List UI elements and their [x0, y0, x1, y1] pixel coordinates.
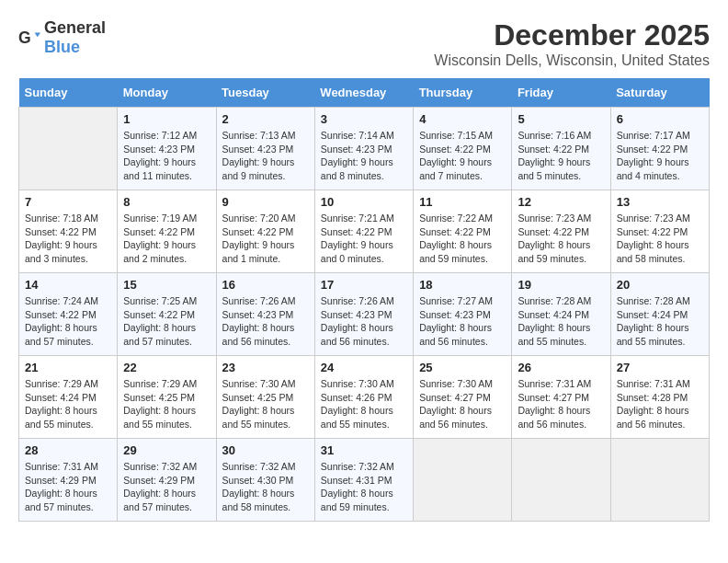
day-info: Sunrise: 7:17 AMSunset: 4:22 PMDaylight:… — [617, 129, 703, 183]
calendar-cell: 15Sunrise: 7:25 AMSunset: 4:22 PMDayligh… — [118, 273, 216, 356]
day-number: 9 — [222, 195, 309, 209]
calendar-cell: 18Sunrise: 7:27 AMSunset: 4:23 PMDayligh… — [414, 273, 512, 356]
day-number: 18 — [419, 278, 506, 292]
day-info: Sunrise: 7:14 AMSunset: 4:23 PMDaylight:… — [321, 129, 407, 183]
day-number: 1 — [123, 112, 210, 126]
calendar-cell: 11Sunrise: 7:22 AMSunset: 4:22 PMDayligh… — [414, 190, 512, 273]
day-number: 24 — [321, 361, 407, 374]
day-info: Sunrise: 7:32 AMSunset: 4:29 PMDaylight:… — [123, 460, 210, 514]
calendar-cell: 3Sunrise: 7:14 AMSunset: 4:23 PMDaylight… — [314, 108, 413, 190]
day-number: 23 — [222, 361, 309, 374]
calendar-week-4: 21Sunrise: 7:29 AMSunset: 4:24 PMDayligh… — [19, 356, 710, 439]
day-info: Sunrise: 7:31 AMSunset: 4:29 PMDaylight:… — [25, 460, 111, 514]
day-number: 22 — [123, 361, 210, 374]
day-info: Sunrise: 7:29 AMSunset: 4:25 PMDaylight:… — [123, 377, 210, 431]
calendar-cell: 31Sunrise: 7:32 AMSunset: 4:31 PMDayligh… — [314, 439, 413, 522]
day-info: Sunrise: 7:15 AMSunset: 4:22 PMDaylight:… — [419, 129, 506, 183]
calendar-cell: 16Sunrise: 7:26 AMSunset: 4:23 PMDayligh… — [216, 273, 314, 356]
day-info: Sunrise: 7:18 AMSunset: 4:22 PMDaylight:… — [25, 212, 111, 266]
logo-general: General — [44, 18, 106, 37]
day-info: Sunrise: 7:32 AMSunset: 4:30 PMDaylight:… — [222, 460, 309, 514]
day-number: 19 — [518, 278, 604, 292]
day-number: 10 — [321, 195, 407, 209]
calendar-cell: 7Sunrise: 7:18 AMSunset: 4:22 PMDaylight… — [19, 190, 118, 273]
calendar-cell: 20Sunrise: 7:28 AMSunset: 4:24 PMDayligh… — [610, 273, 709, 356]
day-info: Sunrise: 7:19 AMSunset: 4:22 PMDaylight:… — [123, 212, 210, 266]
logo-blue: Blue — [44, 38, 80, 56]
day-info: Sunrise: 7:22 AMSunset: 4:22 PMDaylight:… — [419, 212, 506, 266]
day-info: Sunrise: 7:28 AMSunset: 4:24 PMDaylight:… — [518, 294, 604, 349]
calendar-week-5: 28Sunrise: 7:31 AMSunset: 4:29 PMDayligh… — [19, 439, 710, 522]
calendar-cell: 22Sunrise: 7:29 AMSunset: 4:25 PMDayligh… — [118, 356, 216, 439]
day-header-monday: Monday — [118, 78, 216, 108]
calendar-cell: 19Sunrise: 7:28 AMSunset: 4:24 PMDayligh… — [512, 273, 610, 356]
calendar-cell: 10Sunrise: 7:21 AMSunset: 4:22 PMDayligh… — [314, 190, 413, 273]
calendar-cell — [512, 439, 610, 522]
calendar-cell: 14Sunrise: 7:24 AMSunset: 4:22 PMDayligh… — [19, 273, 118, 356]
day-number: 28 — [25, 443, 111, 457]
calendar-cell: 26Sunrise: 7:31 AMSunset: 4:27 PMDayligh… — [512, 356, 610, 439]
svg-text:G: G — [18, 29, 31, 47]
day-number: 13 — [617, 195, 703, 209]
day-number: 27 — [617, 361, 703, 374]
day-info: Sunrise: 7:24 AMSunset: 4:22 PMDaylight:… — [25, 294, 111, 349]
day-number: 30 — [222, 443, 309, 457]
page-header: G General Blue December 2025 Wisconsin D… — [18, 18, 710, 69]
calendar-cell: 5Sunrise: 7:16 AMSunset: 4:22 PMDaylight… — [512, 108, 610, 190]
day-number: 2 — [222, 112, 309, 126]
day-number: 21 — [25, 361, 111, 374]
day-info: Sunrise: 7:30 AMSunset: 4:27 PMDaylight:… — [419, 377, 506, 431]
svg-marker-1 — [35, 32, 40, 37]
calendar-cell: 24Sunrise: 7:30 AMSunset: 4:26 PMDayligh… — [314, 356, 413, 439]
calendar-cell: 6Sunrise: 7:17 AMSunset: 4:22 PMDaylight… — [610, 108, 709, 190]
calendar-cell: 21Sunrise: 7:29 AMSunset: 4:24 PMDayligh… — [19, 356, 118, 439]
calendar-week-2: 7Sunrise: 7:18 AMSunset: 4:22 PMDaylight… — [19, 190, 710, 273]
calendar-cell: 4Sunrise: 7:15 AMSunset: 4:22 PMDaylight… — [414, 108, 512, 190]
day-number: 12 — [518, 195, 604, 209]
calendar-cell: 23Sunrise: 7:30 AMSunset: 4:25 PMDayligh… — [216, 356, 314, 439]
day-info: Sunrise: 7:28 AMSunset: 4:24 PMDaylight:… — [617, 294, 703, 349]
day-info: Sunrise: 7:23 AMSunset: 4:22 PMDaylight:… — [518, 212, 604, 266]
calendar-week-3: 14Sunrise: 7:24 AMSunset: 4:22 PMDayligh… — [19, 273, 710, 356]
day-number: 20 — [617, 278, 703, 292]
calendar-cell: 1Sunrise: 7:12 AMSunset: 4:23 PMDaylight… — [118, 108, 216, 190]
day-number: 11 — [419, 195, 506, 209]
calendar-cell: 13Sunrise: 7:23 AMSunset: 4:22 PMDayligh… — [610, 190, 709, 273]
day-info: Sunrise: 7:26 AMSunset: 4:23 PMDaylight:… — [321, 294, 407, 349]
day-info: Sunrise: 7:30 AMSunset: 4:25 PMDaylight:… — [222, 377, 309, 431]
calendar-cell: 17Sunrise: 7:26 AMSunset: 4:23 PMDayligh… — [314, 273, 413, 356]
day-number: 7 — [25, 195, 111, 209]
day-number: 25 — [419, 361, 506, 374]
calendar-cell — [610, 439, 709, 522]
calendar-cell: 28Sunrise: 7:31 AMSunset: 4:29 PMDayligh… — [19, 439, 118, 522]
day-header-sunday: Sunday — [19, 78, 118, 108]
calendar-week-1: 1Sunrise: 7:12 AMSunset: 4:23 PMDaylight… — [19, 108, 710, 190]
day-info: Sunrise: 7:29 AMSunset: 4:24 PMDaylight:… — [25, 377, 111, 431]
calendar-cell: 27Sunrise: 7:31 AMSunset: 4:28 PMDayligh… — [610, 356, 709, 439]
calendar-table: SundayMondayTuesdayWednesdayThursdayFrid… — [18, 78, 710, 522]
calendar-cell — [414, 439, 512, 522]
day-info: Sunrise: 7:25 AMSunset: 4:22 PMDaylight:… — [123, 294, 210, 349]
calendar-cell: 29Sunrise: 7:32 AMSunset: 4:29 PMDayligh… — [118, 439, 216, 522]
day-number: 5 — [518, 112, 604, 126]
day-info: Sunrise: 7:31 AMSunset: 4:27 PMDaylight:… — [518, 377, 604, 431]
calendar-cell: 12Sunrise: 7:23 AMSunset: 4:22 PMDayligh… — [512, 190, 610, 273]
day-info: Sunrise: 7:21 AMSunset: 4:22 PMDaylight:… — [321, 212, 407, 266]
day-number: 4 — [419, 112, 506, 126]
calendar-cell: 25Sunrise: 7:30 AMSunset: 4:27 PMDayligh… — [414, 356, 512, 439]
day-number: 17 — [321, 278, 407, 292]
logo-icon: G — [18, 27, 40, 49]
day-info: Sunrise: 7:27 AMSunset: 4:23 PMDaylight:… — [419, 294, 506, 349]
day-info: Sunrise: 7:30 AMSunset: 4:26 PMDaylight:… — [321, 377, 407, 431]
day-number: 3 — [321, 112, 407, 126]
calendar-cell: 9Sunrise: 7:20 AMSunset: 4:22 PMDaylight… — [216, 190, 314, 273]
day-info: Sunrise: 7:32 AMSunset: 4:31 PMDaylight:… — [321, 460, 407, 514]
logo: G General Blue — [18, 18, 106, 57]
day-number: 31 — [321, 443, 407, 457]
day-number: 14 — [25, 278, 111, 292]
day-info: Sunrise: 7:12 AMSunset: 4:23 PMDaylight:… — [123, 129, 210, 183]
day-number: 15 — [123, 278, 210, 292]
day-header-tuesday: Tuesday — [216, 78, 314, 108]
calendar-cell — [19, 108, 118, 190]
day-number: 8 — [123, 195, 210, 209]
